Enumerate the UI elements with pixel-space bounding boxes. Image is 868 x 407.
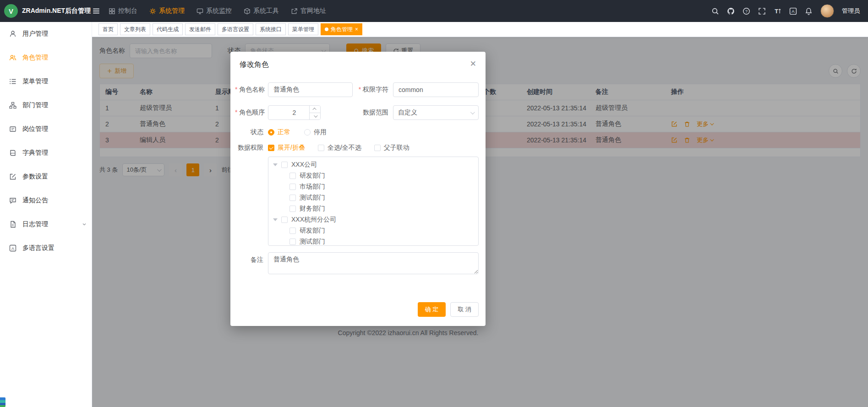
active-dot [325, 27, 328, 31]
close-icon[interactable]: ✕ [470, 60, 476, 68]
dialog-footer: 确 定 取 消 [230, 302, 486, 326]
nav-label: 系统管理 [159, 7, 185, 15]
sidebar-item-label: 角色管理 [22, 54, 48, 62]
nav-item-system-monitor[interactable]: 系统监控 [197, 0, 232, 22]
sidebar-item-dictionary[interactable]: 字典管理 [0, 141, 92, 165]
tags-view: 首页 文章列表 代码生成 发送邮件 多语言设置 系统接口 菜单管理 角色管理 × [92, 22, 868, 37]
github-icon[interactable] [727, 7, 735, 15]
sidebar-item-notices[interactable]: 通知公告 [0, 189, 92, 212]
tree-node[interactable]: 研发部门 [268, 170, 478, 181]
sidebar-item-users[interactable]: 用户管理 [0, 22, 92, 46]
tab-sendmail[interactable]: 发送邮件 [185, 23, 215, 35]
checkbox-icon[interactable] [289, 228, 296, 234]
checkbox-select-all[interactable]: 全选/全不选 [318, 144, 361, 152]
tree-node[interactable]: 研发部门 [268, 225, 478, 236]
close-icon[interactable]: × [355, 27, 358, 32]
tree-node[interactable]: 市场部门 [268, 181, 478, 192]
bell-icon[interactable] [805, 7, 813, 15]
tree-node[interactable]: 测试部门 [268, 236, 478, 246]
remark-label: 备注 [235, 252, 268, 264]
roles-icon [9, 54, 16, 61]
increase-button[interactable] [310, 106, 320, 113]
data-scope-label: 数据范围 [356, 109, 393, 117]
nav-item-console[interactable]: 控制台 [109, 0, 137, 22]
checkbox-icon[interactable] [289, 173, 296, 179]
hamburger-icon[interactable] [92, 7, 100, 15]
tree-node[interactable]: 测试部门 [268, 192, 478, 203]
tab-label: 首页 [103, 26, 114, 33]
tab-articles[interactable]: 文章列表 [120, 23, 150, 35]
decrease-button[interactable] [310, 113, 320, 120]
checkbox-icon[interactable] [289, 184, 296, 190]
sidebar-item-roles[interactable]: 角色管理 [0, 46, 92, 70]
nav-label: 系统工具 [253, 7, 279, 15]
sidebar-item-parameters[interactable]: 参数设置 [0, 165, 92, 189]
checkbox-icon[interactable] [289, 195, 296, 201]
fullscreen-icon[interactable] [758, 7, 766, 15]
org-tree-icon [9, 102, 16, 109]
checkbox-expand-collapse[interactable]: 展开/折叠 [268, 144, 305, 152]
tree-node-label: XXX公司 [291, 161, 317, 169]
role-order-stepper[interactable]: 2 [268, 105, 321, 120]
tab-codegen[interactable]: 代码生成 [153, 23, 183, 35]
confirm-button[interactable]: 确 定 [418, 302, 446, 317]
form-row: 备注 普通角色 [235, 252, 479, 274]
tab-home[interactable]: 首页 [98, 23, 118, 35]
sidebar-item-menus[interactable]: 菜单管理 [0, 70, 92, 93]
badge-icon [9, 125, 16, 133]
font-size-icon[interactable]: T [774, 7, 781, 15]
checkbox-parent-child-link[interactable]: 父子联动 [374, 144, 409, 152]
sidebar-item-label: 部门管理 [22, 101, 48, 109]
radio-normal[interactable]: 正常 [268, 128, 290, 136]
avatar[interactable] [820, 4, 834, 18]
tab-menus[interactable]: 菜单管理 [288, 23, 318, 35]
checkbox-icon[interactable] [281, 162, 288, 168]
sidebar-item-i18n[interactable]: A 多语言设置 [0, 236, 92, 260]
nav-item-official-site[interactable]: 官网地址 [291, 0, 326, 22]
chevron-down-icon [470, 110, 475, 114]
brand: V ZRAdmin.NET后台管理 [0, 4, 92, 18]
radio-label: 停用 [314, 128, 327, 136]
form-row: 角色名称 权限字符 [235, 82, 479, 97]
checkbox-icon[interactable] [289, 206, 296, 212]
radio-disabled[interactable]: 停用 [304, 128, 327, 136]
checkbox-icon[interactable] [289, 239, 296, 245]
permission-tree: XXX公司 研发部门 市场部门 测试部门 财务部门 XXX杭州分公司 研发部门 … [268, 157, 479, 246]
radio-icon [268, 129, 274, 136]
help-icon[interactable]: ? [742, 7, 750, 15]
nav-item-system-tools[interactable]: 系统工具 [244, 0, 279, 22]
checkbox-icon [318, 145, 324, 151]
role-order-label: 角色顺序 [235, 109, 268, 117]
language-icon[interactable]: A [789, 7, 797, 15]
checkbox-icon[interactable] [281, 217, 288, 223]
data-scope-select[interactable]: 自定义 [393, 105, 479, 120]
caret-down-icon[interactable] [273, 163, 278, 166]
tree-node-label: XXX杭州分公司 [291, 216, 336, 224]
sidebar-item-posts[interactable]: 岗位管理 [0, 117, 92, 141]
sidebar-item-label: 参数设置 [22, 173, 48, 181]
remark-textarea[interactable]: 普通角色 [268, 252, 479, 274]
tab-api[interactable]: 系统接口 [256, 23, 286, 35]
search-icon[interactable] [711, 7, 719, 15]
edit-square-icon [9, 173, 16, 180]
app-title: ZRAdmin.NET后台管理 [22, 7, 91, 15]
tree-node-label: 研发部门 [300, 227, 325, 235]
external-link-icon [291, 8, 298, 15]
tree-node[interactable]: XXX公司 [268, 159, 478, 170]
tree-node[interactable]: XXX杭州分公司 [268, 214, 478, 225]
perm-char-field[interactable] [393, 82, 479, 97]
caret-down-icon[interactable] [273, 218, 278, 221]
menu-list-icon [9, 78, 16, 85]
username[interactable]: 管理员 [842, 7, 860, 15]
role-name-field[interactable] [268, 82, 353, 97]
sidebar-item-logs[interactable]: 日志管理 [0, 212, 92, 236]
cancel-button[interactable]: 取 消 [450, 302, 479, 317]
sidebar-item-departments[interactable]: 部门管理 [0, 93, 92, 117]
tab-roles[interactable]: 角色管理 × [321, 23, 362, 35]
tab-i18n[interactable]: 多语言设置 [218, 23, 253, 35]
tree-node[interactable]: 财务部门 [268, 203, 478, 214]
gear-icon [149, 8, 156, 15]
nav-item-system-manage[interactable]: 系统管理 [149, 0, 185, 22]
stepper-controls [309, 106, 320, 119]
tab-label: 多语言设置 [222, 26, 249, 33]
